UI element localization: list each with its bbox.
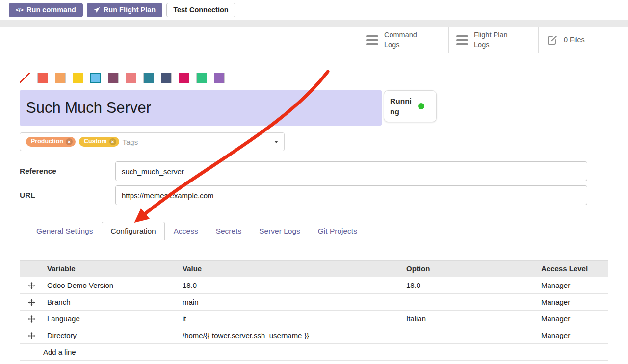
- cell-access-level[interactable]: Manager: [537, 327, 608, 343]
- run-flight-plan-button[interactable]: Run Flight Plan: [87, 3, 162, 17]
- color-swatch[interactable]: [55, 73, 66, 83]
- tab-secrets[interactable]: Secrets: [207, 222, 251, 240]
- cell-option[interactable]: [402, 327, 537, 343]
- cell-access-level[interactable]: Manager: [537, 277, 608, 293]
- color-swatch[interactable]: [90, 73, 101, 83]
- add-a-line-link[interactable]: Add a line: [20, 343, 608, 360]
- status-card: Running: [384, 90, 437, 122]
- color-swatch[interactable]: [143, 73, 154, 83]
- edit-icon: [546, 34, 558, 46]
- status-dot: [418, 103, 424, 109]
- color-swatch[interactable]: [179, 73, 189, 83]
- color-swatch[interactable]: [196, 73, 207, 83]
- tab-access[interactable]: Access: [165, 222, 207, 240]
- reference-field-row: Reference such_much_server: [20, 161, 608, 181]
- drag-handle-icon[interactable]: [20, 327, 43, 343]
- drag-handle-icon[interactable]: [20, 293, 43, 310]
- table-row: Branch main Manager: [20, 293, 608, 310]
- handle-column-header: [20, 260, 43, 277]
- url-field-row: URL https://memes.example.com: [20, 185, 608, 205]
- cell-option[interactable]: Italian: [402, 310, 537, 327]
- color-swatch[interactable]: [108, 73, 119, 83]
- list-icon: [456, 35, 468, 45]
- paper-plane-icon: [94, 7, 100, 13]
- page: </> Run command Run Flight Plan Test Con…: [0, 0, 628, 361]
- notebook-tabs: General Settings Configuration Access Se…: [20, 222, 608, 240]
- status-label: Running: [390, 96, 414, 117]
- column-header-option: Option: [402, 260, 537, 277]
- command-logs-label: Command Logs: [384, 30, 426, 50]
- cell-value[interactable]: main: [179, 293, 402, 310]
- url-input[interactable]: https://memes.example.com: [115, 185, 587, 205]
- cell-option[interactable]: [402, 293, 537, 310]
- tag-label: Production: [31, 138, 63, 145]
- column-header-value: Value: [179, 260, 402, 277]
- table-row: Directory /home/{{ tower.server.ssh_user…: [20, 327, 608, 343]
- table-row: Language it Italian Manager: [20, 310, 608, 327]
- cell-variable[interactable]: Odoo Demo Version: [43, 277, 179, 293]
- tags-placeholder: Tags: [123, 138, 138, 146]
- tab-git-projects[interactable]: Git Projects: [309, 222, 366, 240]
- cell-access-level[interactable]: Manager: [537, 310, 608, 327]
- color-swatch-none[interactable]: [20, 73, 30, 83]
- tab-configuration[interactable]: Configuration: [102, 222, 164, 240]
- cell-variable[interactable]: Directory: [43, 327, 179, 343]
- configuration-table: Variable Value Option Access Level Odoo …: [20, 260, 608, 361]
- command-logs-button[interactable]: Command Logs: [359, 27, 448, 53]
- cell-value[interactable]: /home/{{ tower.server.ssh_username }}: [179, 327, 402, 343]
- drag-handle-icon[interactable]: [20, 277, 43, 293]
- tab-server-logs[interactable]: Server Logs: [250, 222, 309, 240]
- server-name-input[interactable]: Such Much Server: [20, 90, 382, 126]
- cell-value[interactable]: it: [179, 310, 402, 327]
- run-command-button[interactable]: </> Run command: [9, 3, 83, 17]
- stat-buttons-row: Command Logs Flight Plan Logs 0 Files: [0, 27, 628, 53]
- files-label: 0 Files: [564, 35, 585, 45]
- test-connection-label: Test Connection: [173, 6, 229, 14]
- list-icon: [366, 35, 378, 45]
- url-label: URL: [20, 191, 115, 200]
- reference-label: Reference: [20, 167, 115, 176]
- color-swatch[interactable]: [161, 73, 172, 83]
- tags-input[interactable]: Production × Custom × Tags: [20, 132, 285, 151]
- title-row: Such Much Server Running: [20, 90, 608, 126]
- color-swatch[interactable]: [37, 73, 48, 83]
- reference-input[interactable]: such_much_server: [115, 161, 587, 181]
- files-button[interactable]: 0 Files: [538, 27, 628, 53]
- remove-tag-icon[interactable]: ×: [109, 138, 116, 145]
- cell-value[interactable]: 18.0: [179, 277, 402, 293]
- tag-label: Custom: [84, 138, 107, 145]
- tag-production: Production ×: [26, 137, 76, 147]
- cell-variable[interactable]: Language: [43, 310, 179, 327]
- color-picker: [20, 73, 608, 83]
- column-header-variable: Variable: [43, 260, 179, 277]
- cell-option[interactable]: 18.0: [402, 277, 537, 293]
- table-row: Odoo Demo Version 18.0 18.0 Manager: [20, 277, 608, 293]
- color-swatch[interactable]: [126, 73, 136, 83]
- tag-custom: Custom ×: [79, 137, 119, 147]
- color-swatch[interactable]: [214, 73, 225, 83]
- drag-handle-icon[interactable]: [20, 310, 43, 327]
- add-line-row: Add a line: [20, 343, 608, 360]
- form-sheet: Such Much Server Running Production × Cu…: [0, 73, 628, 361]
- column-header-access-level: Access Level: [537, 260, 608, 277]
- tab-general-settings[interactable]: General Settings: [27, 222, 102, 240]
- cell-variable[interactable]: Branch: [43, 293, 179, 310]
- color-swatch[interactable]: [73, 73, 83, 83]
- run-command-label: Run command: [26, 6, 76, 14]
- dropdown-caret-icon[interactable]: [274, 141, 278, 143]
- divider-strip: [0, 20, 628, 27]
- cell-access-level[interactable]: Manager: [537, 293, 608, 310]
- code-icon: </>: [16, 7, 23, 13]
- test-connection-button[interactable]: Test Connection: [166, 3, 236, 17]
- table-header-row: Variable Value Option Access Level: [20, 260, 608, 277]
- flight-plan-logs-label: Flight Plan Logs: [474, 30, 516, 50]
- action-toolbar: </> Run command Run Flight Plan Test Con…: [0, 0, 628, 20]
- flight-plan-logs-button[interactable]: Flight Plan Logs: [448, 27, 538, 53]
- remove-tag-icon[interactable]: ×: [66, 138, 73, 145]
- run-flight-plan-label: Run Flight Plan: [104, 6, 156, 14]
